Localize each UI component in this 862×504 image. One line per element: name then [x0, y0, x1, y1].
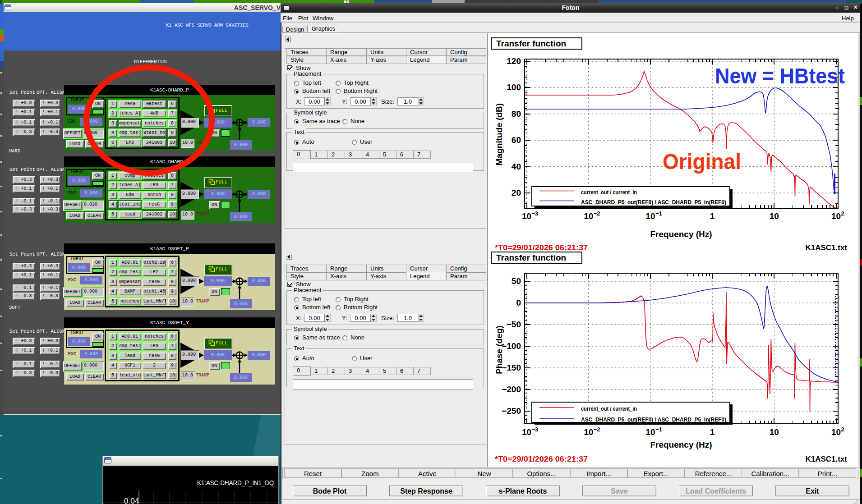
svg-text:20: 20	[512, 188, 521, 197]
svg-text:−3: −3	[532, 426, 539, 433]
svg-text:40: 40	[512, 162, 521, 171]
svg-text:10: 10	[831, 427, 841, 437]
svg-text:100: 100	[507, 82, 521, 92]
svg-text:*T0=29/01/2026 06:21:37: *T0=29/01/2026 06:21:37	[495, 243, 588, 252]
svg-text:−2: −2	[594, 210, 600, 217]
svg-text:10: 10	[522, 427, 531, 437]
svg-text:−200: −200	[502, 385, 521, 394]
svg-text:Phase (deg): Phase (deg)	[494, 325, 504, 374]
svg-text:current_out / current_in: current_out / current_in	[581, 406, 637, 412]
svg-text:50: 50	[512, 276, 521, 286]
svg-text:10: 10	[584, 427, 593, 437]
svg-text:2: 2	[841, 210, 844, 217]
svg-text:−3: −3	[532, 210, 539, 217]
svg-text:−1: −1	[655, 210, 662, 217]
svg-text:Original: Original	[663, 149, 741, 174]
svg-text:10: 10	[645, 211, 655, 221]
svg-text:−100: −100	[502, 341, 521, 351]
svg-text:1: 1	[710, 427, 715, 437]
svg-text:K1ASC1.txt: K1ASC1.txt	[805, 455, 847, 463]
svg-text:10: 10	[770, 427, 779, 437]
svg-text:0.04: 0.04	[124, 497, 139, 504]
svg-text:*T0=29/01/2026 06:21:37: *T0=29/01/2026 06:21:37	[495, 455, 588, 463]
svg-text:ASC_DHARD_P5_out(REF0) / ASC_D: ASC_DHARD_P5_out(REF0) / ASC_DHARD_P5_in…	[581, 417, 726, 423]
svg-text:Transfer function: Transfer function	[496, 253, 566, 262]
svg-text:10: 10	[645, 427, 655, 437]
svg-text:10: 10	[770, 211, 779, 221]
svg-text:−150: −150	[502, 363, 521, 372]
svg-text:Magnitude (dB): Magnitude (dB)	[494, 103, 504, 165]
svg-text:60: 60	[512, 135, 521, 145]
svg-text:−50: −50	[507, 320, 521, 329]
svg-text:−2: −2	[594, 426, 600, 433]
svg-text:Frequency (Hz): Frequency (Hz)	[650, 440, 712, 449]
svg-text:Transfer function: Transfer function	[496, 39, 566, 48]
svg-text:10: 10	[584, 211, 593, 221]
svg-text:−1: −1	[655, 426, 662, 433]
svg-text:1: 1	[710, 211, 715, 221]
svg-text:K1ASC1.txt: K1ASC1.txt	[805, 243, 847, 252]
svg-text:10: 10	[831, 211, 841, 221]
svg-text:2: 2	[841, 426, 844, 433]
svg-text:ASC_DHARD_P5_out(REF0) / ASC_D: ASC_DHARD_P5_out(REF0) / ASC_DHARD_P5_in…	[581, 199, 726, 206]
svg-text:current_out / current_in: current_out / current_in	[581, 189, 637, 196]
svg-text:0: 0	[516, 298, 521, 307]
svg-text:10: 10	[522, 211, 531, 221]
svg-text:−250: −250	[502, 406, 521, 416]
svg-text:Frequency (Hz): Frequency (Hz)	[650, 229, 712, 239]
svg-text:New = HBtest: New = HBtest	[715, 64, 845, 88]
svg-text:120: 120	[507, 56, 521, 66]
svg-text:80: 80	[512, 109, 521, 119]
